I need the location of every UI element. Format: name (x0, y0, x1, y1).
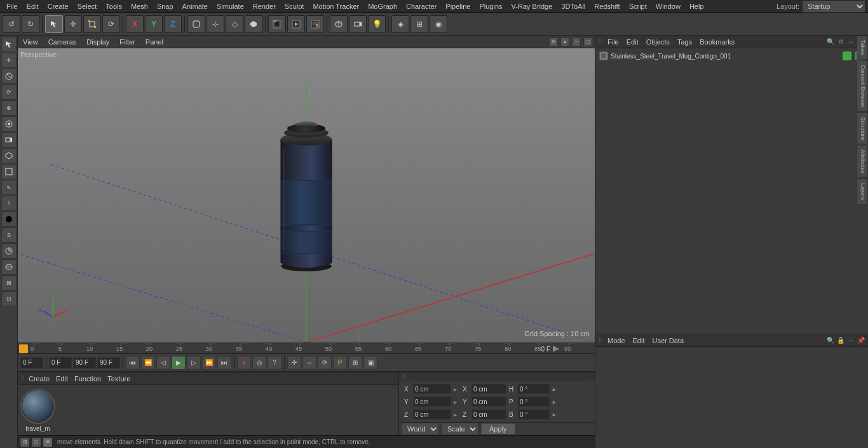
material-function-menu[interactable]: Function (72, 374, 104, 384)
attr-userdata-menu[interactable]: User Data (650, 336, 687, 346)
sidebar-nurbs-btn[interactable]: ∿ (1, 180, 17, 195)
b-rot-arrow[interactable]: ▲ (551, 411, 557, 417)
b-rotation-field[interactable] (518, 409, 550, 419)
sidebar-move-btn[interactable]: ✛ (1, 53, 17, 68)
z-position-field[interactable] (413, 409, 451, 419)
select-tool-button[interactable] (45, 15, 63, 33)
attr-edit-menu[interactable]: Edit (630, 336, 648, 346)
attr-mode-menu[interactable]: Mode (605, 336, 628, 346)
z-axis-button[interactable]: Z (164, 15, 182, 33)
timeline-ruler[interactable]: 0 5 10 15 20 25 30 35 40 45 50 55 (18, 343, 595, 354)
menu-select[interactable]: Select (74, 1, 101, 11)
sidebar-camera-btn[interactable] (1, 132, 17, 147)
sidebar-material-btn[interactable] (1, 212, 17, 227)
attr-pin-icon[interactable]: 📌 (857, 336, 865, 345)
status-icon-2[interactable]: ◻ (32, 438, 41, 447)
apply-button[interactable]: Apply (481, 423, 515, 435)
auto-keyframe-btn[interactable]: ◎ (252, 356, 266, 370)
material-create-menu[interactable]: Create (26, 374, 52, 384)
timeline-move-btn[interactable]: ✛ (287, 356, 301, 370)
viewport-display-menu[interactable]: Display (84, 37, 112, 47)
render-active-button[interactable] (287, 15, 305, 33)
play-fwd-btn[interactable]: ⏩ (202, 356, 216, 370)
sidebar-soft-btn[interactable] (1, 259, 17, 275)
viewport-lock-btn[interactable]: ⊞ (549, 37, 558, 46)
menu-simulate[interactable]: Simulate (213, 1, 248, 11)
next-frame-btn[interactable]: ▷ (187, 356, 201, 370)
rotate-tool-button[interactable]: ⟳ (102, 15, 120, 33)
start-frame-field[interactable] (49, 357, 72, 369)
rpanel-objects-menu[interactable]: Objects (644, 37, 672, 47)
viewport-cameras-menu[interactable]: Cameras (46, 37, 79, 47)
rpanel-file-menu[interactable]: File (605, 37, 621, 47)
prev-frame-btn[interactable]: ◁ (156, 356, 170, 370)
menu-create[interactable]: Create (44, 1, 72, 11)
menu-snap[interactable]: Snap (153, 1, 177, 11)
menu-animate[interactable]: Animate (179, 1, 212, 11)
scale-dropdown[interactable]: Scale (442, 423, 478, 435)
timeline-scale-btn[interactable]: ↔ (302, 356, 316, 370)
status-icon-1[interactable]: ⊞ (20, 438, 29, 447)
viewport-expand-btn[interactable]: ▲ (560, 37, 569, 46)
scale-tool-button[interactable] (83, 15, 101, 33)
menu-tools[interactable]: Tools (102, 1, 126, 11)
menu-file[interactable]: File (3, 1, 22, 11)
tab-structure[interactable]: Structure (857, 112, 868, 145)
tab-attributes[interactable]: Attributes (857, 145, 868, 178)
menu-edit[interactable]: Edit (23, 1, 43, 11)
sidebar-deform-btn[interactable]: ⌇ (1, 196, 17, 211)
view-camera-button[interactable] (349, 15, 367, 33)
timeline-autokey-btn[interactable]: P (333, 356, 347, 370)
move-tool-button[interactable]: ✛ (64, 15, 82, 33)
sidebar-tag-btn[interactable]: S (1, 227, 17, 243)
snap-button[interactable]: ◈ (391, 15, 409, 33)
help-btn[interactable]: ? (268, 356, 281, 370)
layout-dropdown[interactable]: Startup (802, 0, 865, 13)
sidebar-rotate-btn[interactable]: ⟳ (1, 85, 17, 100)
menu-pipeline[interactable]: Pipeline (442, 1, 474, 11)
p-rotation-field[interactable] (518, 397, 550, 407)
rpanel-settings-icon[interactable]: ⚙ (836, 37, 845, 46)
y-axis-button[interactable]: Y (145, 15, 163, 33)
material-edit-menu[interactable]: Edit (53, 374, 71, 384)
preview-start-field[interactable] (97, 357, 120, 369)
menu-redshift[interactable]: Redshift (590, 1, 623, 11)
p-rot-arrow[interactable]: ▲ (551, 398, 557, 405)
sidebar-model-btn[interactable] (1, 148, 17, 163)
h-rotation-field[interactable] (518, 384, 550, 394)
tab-takes[interactable]: Takes (857, 36, 868, 60)
current-time-field[interactable] (20, 357, 43, 369)
x-axis-button[interactable]: X (126, 15, 144, 33)
sidebar-transform-btn[interactable]: ⊕ (1, 100, 17, 116)
sidebar-selection-btn[interactable] (1, 37, 17, 52)
menu-mograph[interactable]: MoGraph (364, 1, 401, 11)
viewport-fullscreen-btn[interactable]: ↔ (572, 37, 581, 46)
rpanel-search-icon[interactable]: 🔍 (826, 37, 835, 46)
x-position-field[interactable] (413, 384, 451, 394)
render-to-picture-button[interactable] (306, 15, 324, 33)
view-cube-button[interactable] (330, 15, 348, 33)
menu-sculpt[interactable]: Sculpt (281, 1, 308, 11)
attr-expand-icon[interactable]: ↔ (846, 336, 855, 345)
sidebar-scale-btn[interactable] (1, 69, 17, 84)
status-icon-close[interactable]: ✕ (43, 438, 52, 447)
sidebar-box-btn[interactable] (1, 164, 17, 179)
tab-layers[interactable]: Layers (857, 179, 868, 205)
menu-3dtoall[interactable]: 3DToAll (557, 1, 589, 11)
menu-mesh[interactable]: Mesh (127, 1, 152, 11)
attr-search-icon[interactable]: 🔍 (826, 336, 835, 345)
menu-window[interactable]: Window (652, 1, 684, 11)
end-frame-field-1[interactable] (73, 357, 96, 369)
menu-character[interactable]: Character (402, 1, 440, 11)
menu-motion-tracker[interactable]: Motion Tracker (309, 1, 363, 11)
menu-script[interactable]: Script (625, 1, 651, 11)
play-btn[interactable]: ▶ (172, 356, 186, 370)
view-light-button[interactable]: 💡 (368, 15, 386, 33)
menu-render[interactable]: Render (249, 1, 280, 11)
rpanel-bookmarks-menu[interactable]: Bookmarks (697, 37, 737, 47)
object-mode-button[interactable] (187, 15, 205, 33)
play-back-btn[interactable]: ⏪ (141, 356, 155, 370)
redo-button[interactable]: ↻ (22, 15, 39, 33)
viewport-panel-menu[interactable]: Panel (143, 37, 166, 47)
rpanel-expand-icon[interactable]: ↔ (846, 37, 855, 46)
